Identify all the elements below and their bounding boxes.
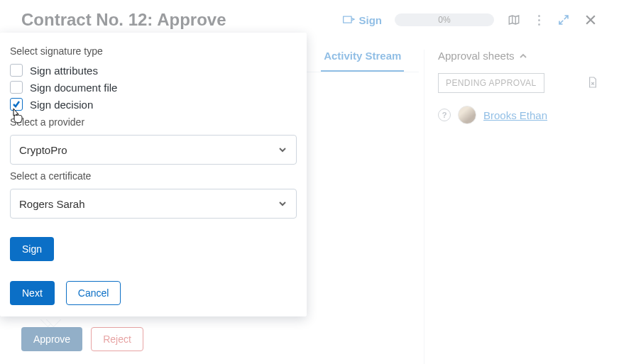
next-button[interactable]: Next	[10, 281, 55, 305]
checkbox-sign-attributes[interactable]: Sign attributes	[10, 64, 297, 77]
status-badge: PENDING APPROVAL	[438, 73, 544, 93]
checkbox-sign-document-file[interactable]: Sign document file	[10, 81, 297, 94]
progress-text: 0%	[438, 15, 450, 25]
checkbox-label: Sign decision	[30, 99, 93, 111]
more-menu-icon[interactable]	[534, 15, 544, 26]
export-icon[interactable]	[588, 77, 598, 90]
header-actions: Sign 0%	[342, 13, 598, 27]
avatar	[458, 106, 476, 124]
approval-panel: Approval sheets PENDING APPROVAL ? Brook…	[438, 50, 598, 124]
approver-link[interactable]: Brooks Ethan	[483, 109, 547, 121]
reject-button[interactable]: Reject	[91, 327, 143, 351]
chevron-down-icon	[278, 199, 287, 209]
checkbox-icon	[10, 81, 23, 94]
sign-link-label: Sign	[359, 14, 383, 26]
footer-actions: Approve Reject	[21, 327, 143, 351]
provider-value: CryptoPro	[19, 144, 67, 156]
chevron-up-icon	[519, 52, 527, 60]
signature-modal: Select signature type Sign attributes Si…	[0, 33, 307, 316]
checkbox-icon	[10, 98, 23, 111]
expand-icon[interactable]	[557, 13, 571, 27]
checkbox-sign-decision[interactable]: Sign decision	[10, 98, 297, 111]
chevron-down-icon	[278, 145, 287, 155]
approve-button[interactable]: Approve	[21, 327, 82, 351]
certificate-heading: Select a certificate	[10, 170, 297, 182]
approver-row: ? Brooks Ethan	[438, 106, 598, 124]
checkbox-label: Sign attributes	[30, 65, 98, 77]
page-title: Contract No. 12: Approve	[21, 10, 226, 30]
sign-icon	[342, 15, 355, 25]
certificate-value: Rogers Sarah	[19, 198, 85, 210]
provider-heading: Select a provider	[10, 116, 297, 128]
tab-activity-stream[interactable]: Activity Stream	[321, 41, 404, 72]
signature-type-heading: Select signature type	[10, 45, 297, 57]
close-icon[interactable]	[584, 13, 598, 27]
cancel-button[interactable]: Cancel	[66, 281, 121, 305]
map-icon[interactable]	[507, 13, 521, 27]
checkbox-label: Sign document file	[30, 82, 117, 94]
checkbox-icon	[10, 64, 23, 77]
certificate-select[interactable]: Rogers Sarah	[10, 189, 297, 219]
provider-select[interactable]: CryptoPro	[10, 135, 297, 165]
sign-link[interactable]: Sign	[342, 14, 383, 26]
approval-sheets-toggle[interactable]: Approval sheets	[438, 50, 598, 62]
help-icon[interactable]: ?	[438, 109, 451, 121]
progress-bar: 0%	[395, 13, 494, 26]
sign-button[interactable]: Sign	[10, 237, 54, 261]
approval-sheets-label: Approval sheets	[438, 50, 515, 62]
